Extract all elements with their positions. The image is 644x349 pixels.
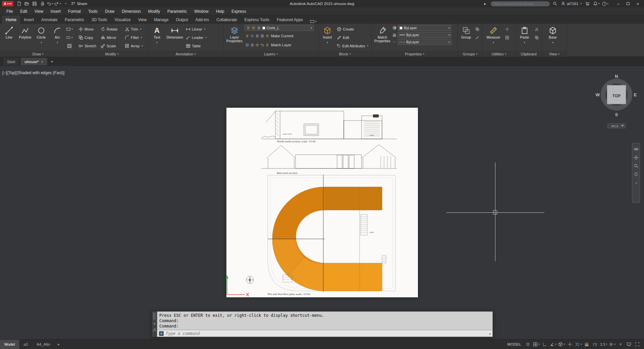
compass-west[interactable]: W (596, 92, 600, 97)
circle-dropdown[interactable] (41, 40, 42, 44)
plot-button[interactable] (39, 1, 46, 7)
layer-off-icon[interactable] (245, 34, 249, 38)
panel-utilities-label[interactable]: Utilities (483, 51, 515, 57)
insert-block-button[interactable]: Insert (320, 25, 335, 44)
panel-groups-label[interactable]: Groups (458, 51, 482, 57)
text-button[interactable]: A Text (149, 25, 165, 44)
layout-tab-a3[interactable]: a3 (19, 340, 32, 349)
ribbon-tab-featured-apps[interactable]: Featured Apps (273, 15, 307, 24)
maximize-button[interactable] (623, 0, 633, 7)
new-drawing-tab-button[interactable]: + (48, 57, 56, 65)
close-button[interactable]: × (633, 0, 643, 7)
layer-lock-tool-icon[interactable] (260, 34, 264, 38)
redo-button[interactable] (54, 1, 61, 7)
undo-button[interactable] (46, 1, 53, 7)
layer-unisolate-icon[interactable] (265, 34, 269, 38)
command-close-button[interactable]: × (153, 321, 156, 326)
command-grip[interactable]: × (152, 311, 157, 337)
save-button[interactable] (31, 1, 38, 7)
layer-walk-icon[interactable] (245, 43, 249, 47)
grid-display-button[interactable] (524, 341, 532, 348)
notifications-button[interactable] (593, 1, 600, 7)
id-point-button[interactable] (503, 25, 511, 33)
wcs-dropdown[interactable]: WCS (607, 123, 626, 128)
customization-button[interactable]: + (616, 341, 625, 348)
object-color-dropdown[interactable]: ByLayer (398, 25, 451, 31)
move-button[interactable]: Move (77, 25, 99, 33)
model-tab[interactable]: Model (0, 340, 19, 349)
group-edit-button[interactable] (474, 33, 481, 42)
drawing-canvas[interactable]: [−] [Top] [Shaded with edges (Fast)] mai… (0, 66, 644, 339)
menu-format[interactable]: Format (64, 7, 85, 15)
panel-clipboard-label[interactable]: Clipboard (516, 51, 542, 57)
edit-block-button[interactable]: Edit (336, 33, 369, 42)
rectangle-button[interactable] (66, 25, 73, 33)
steering-wheel-icon[interactable] (634, 147, 639, 152)
object-snap-tracking-button[interactable] (566, 341, 574, 348)
command-input[interactable] (166, 331, 487, 336)
layer-unlock-icon[interactable] (250, 43, 254, 47)
menu-parametric[interactable]: Parametric (164, 7, 191, 15)
compass-east[interactable]: E (634, 92, 637, 97)
navbar-more-button[interactable] (635, 180, 637, 185)
polyline-button[interactable]: Polyline (17, 25, 33, 39)
file-tab-start[interactable]: Start (3, 57, 19, 65)
open-button[interactable] (23, 1, 30, 7)
array-button[interactable]: Array (124, 42, 146, 50)
viewport-menu-button[interactable]: [−] (2, 70, 7, 75)
paste-button[interactable]: Paste (517, 25, 532, 44)
ribbon-tab-add-ins[interactable]: Add-ins (192, 15, 213, 24)
layer-prev-icon[interactable] (260, 43, 264, 47)
ribbon-tab-manage[interactable]: Manage (150, 15, 172, 24)
leader-button[interactable]: Leader (185, 33, 220, 42)
pan-icon[interactable] (634, 155, 639, 160)
new-layout-button[interactable]: + (54, 342, 62, 347)
copy-button[interactable]: Copy (77, 33, 99, 42)
circle-button[interactable]: Circle (34, 25, 49, 44)
ribbon-tab-home[interactable]: Home (2, 15, 20, 24)
help-menu-button[interactable]: ? (602, 1, 609, 7)
lineweight-display-button[interactable] (583, 341, 591, 348)
share-button[interactable]: Share (71, 1, 87, 6)
arc-button[interactable]: Arc (50, 25, 65, 44)
isometric-drafting-button[interactable] (557, 341, 566, 348)
layer-on-all-icon[interactable] (265, 43, 269, 47)
panel-layers-label[interactable]: Layers (224, 51, 318, 57)
menu-file[interactable]: File (3, 7, 16, 15)
line-button[interactable]: Line (1, 25, 17, 39)
ribbon-tab-visualize[interactable]: Visualize (111, 15, 135, 24)
clean-screen-button[interactable] (633, 341, 641, 348)
panel-block-label[interactable]: Block (318, 51, 371, 57)
viewport-view-button[interactable]: [Top] (7, 70, 16, 75)
minimize-button[interactable]: – (613, 0, 623, 7)
layer-freeze-icon[interactable] (255, 34, 259, 38)
viewport-style-button[interactable]: [Shaded with edges (Fast)] (16, 70, 64, 75)
file-tab-uhouse[interactable]: uhouse* × (20, 57, 48, 65)
menu-help[interactable]: Help (212, 7, 228, 15)
color-picker-icon[interactable] (392, 26, 396, 30)
ortho-mode-button[interactable] (541, 341, 549, 348)
command-history-toggle[interactable]: ▴ (489, 332, 491, 335)
ribbon-tab-annotate[interactable]: Annotate (38, 15, 61, 24)
table-button[interactable]: Table (185, 42, 220, 50)
ribbon-tab-3d-tools[interactable]: 3D Tools (88, 15, 111, 24)
linetype-dropdown[interactable]: ByLayer (398, 39, 451, 45)
menu-modify[interactable]: Modify (145, 7, 164, 15)
layer-dropdown[interactable]: Corte_L (245, 25, 314, 31)
base-dropdown[interactable] (552, 40, 553, 44)
insert-dropdown[interactable] (327, 40, 328, 44)
stretch-button[interactable]: Stretch (77, 42, 99, 50)
new-button[interactable] (15, 1, 22, 7)
navigation-bar[interactable] (632, 143, 640, 203)
measure-button[interactable]: Measure (484, 25, 503, 44)
close-tab-icon[interactable]: × (41, 60, 43, 64)
snap-mode-button[interactable] (532, 341, 540, 348)
linear-button[interactable]: Linear (185, 25, 220, 33)
edit-attributes-button[interactable]: Edit Attributes (336, 42, 369, 50)
ribbon-tab-insert[interactable]: Insert (20, 15, 38, 24)
app-store-button[interactable] (584, 1, 591, 7)
layer-isolate-icon[interactable] (250, 34, 254, 38)
menu-tools[interactable]: Tools (85, 7, 101, 15)
cut-button[interactable] (533, 25, 540, 33)
menu-express[interactable]: Express (228, 7, 250, 15)
